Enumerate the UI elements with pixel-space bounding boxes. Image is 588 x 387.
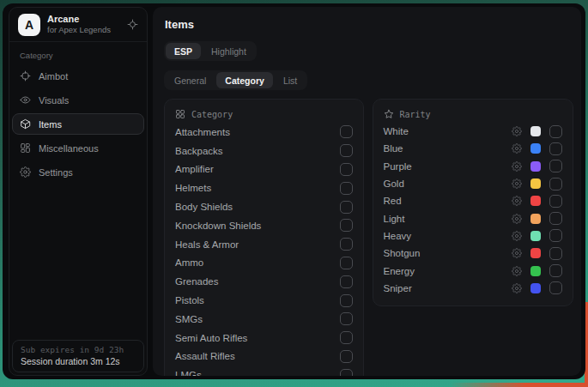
- checkbox[interactable]: [549, 281, 562, 294]
- category-row: Attachments: [175, 123, 353, 142]
- checkbox[interactable]: [549, 247, 562, 260]
- checkbox[interactable]: [549, 125, 562, 138]
- rarity-row: Gold: [384, 175, 563, 192]
- rarity-color-swatch[interactable]: [530, 231, 541, 241]
- gear-icon[interactable]: [512, 266, 522, 276]
- rarity-row: Shotgun: [384, 245, 563, 262]
- gear-icon[interactable]: [512, 214, 522, 224]
- tab-category[interactable]: Category: [216, 72, 273, 88]
- rarity-color-swatch[interactable]: [530, 161, 541, 172]
- category-row: Amplifier: [175, 160, 353, 179]
- checkbox[interactable]: [549, 229, 562, 242]
- tab-bar: GeneralCategoryList: [164, 70, 307, 90]
- rarity-row: Energy: [384, 262, 563, 279]
- subscription-status-box: Sub expires in 9d 23h Session duration 3…: [12, 340, 144, 372]
- checkbox[interactable]: [549, 178, 562, 190]
- checkbox[interactable]: [340, 350, 353, 363]
- rarity-row: Blue: [384, 140, 563, 157]
- category-panel-header: Category: [175, 106, 353, 123]
- rarity-row-label: Heavy: [384, 231, 512, 241]
- checkbox[interactable]: [549, 264, 562, 277]
- rarity-color-swatch[interactable]: [530, 126, 541, 136]
- sidebar-item-miscellaneous[interactable]: Miscellaneous: [12, 137, 144, 159]
- sidebar-item-items[interactable]: Items: [12, 113, 144, 135]
- rarity-color-swatch[interactable]: [530, 214, 541, 224]
- checkbox[interactable]: [340, 275, 353, 288]
- rarity-color-swatch[interactable]: [530, 266, 541, 276]
- checkbox[interactable]: [340, 125, 353, 138]
- checkbox[interactable]: [340, 182, 353, 195]
- target-icon[interactable]: [127, 19, 138, 30]
- mode-esp[interactable]: ESP: [166, 43, 201, 59]
- checkbox[interactable]: [340, 219, 353, 232]
- checkbox[interactable]: [340, 294, 353, 307]
- rarity-row-label: Blue: [384, 143, 512, 154]
- category-row-label: LMGs: [175, 370, 202, 376]
- rarity-row-label: Shotgun: [384, 248, 512, 258]
- category-row: Assault Rifles: [175, 348, 353, 366]
- rarity-row-label: Energy: [384, 266, 512, 276]
- checkbox[interactable]: [340, 331, 353, 344]
- crosshair-icon: [20, 70, 31, 82]
- gear-icon[interactable]: [512, 196, 522, 206]
- checkbox[interactable]: [549, 142, 562, 155]
- gear-icon[interactable]: [512, 231, 522, 241]
- checkbox[interactable]: [340, 312, 353, 325]
- mode-highlight[interactable]: Highlight: [203, 43, 255, 59]
- app-window: A Arcane for Apex Legends Category Aimbo…: [3, 3, 585, 379]
- sidebar-header: A Arcane for Apex Legends: [9, 8, 147, 42]
- category-panel: Category AttachmentsBackpacksAmplifierHe…: [164, 99, 364, 376]
- checkbox[interactable]: [340, 163, 353, 176]
- rarity-color-swatch[interactable]: [530, 248, 541, 258]
- sub-expires-text: Sub expires in 9d 23h: [21, 345, 136, 354]
- category-row-label: Amplifier: [175, 164, 214, 174]
- gear-icon[interactable]: [512, 248, 522, 258]
- sidebar-item-label: Visuals: [39, 95, 69, 106]
- eye-icon: [20, 94, 31, 106]
- rarity-row: Red: [384, 192, 563, 209]
- mode-toggle: ESPHighlight: [164, 41, 257, 61]
- sidebar-item-label: Items: [39, 119, 62, 130]
- checkbox[interactable]: [549, 212, 562, 225]
- gear-icon[interactable]: [512, 178, 522, 189]
- category-row: Knockdown Shields: [175, 216, 353, 235]
- rarity-color-swatch[interactable]: [530, 143, 541, 154]
- category-row-label: SMGs: [175, 314, 203, 324]
- checkbox[interactable]: [340, 201, 353, 214]
- rarity-color-swatch[interactable]: [530, 283, 541, 293]
- rarity-row-label: White: [384, 126, 512, 136]
- gear-icon[interactable]: [512, 161, 522, 172]
- sidebar-section-label: Category: [20, 51, 136, 60]
- sidebar-item-visuals[interactable]: Visuals: [12, 89, 144, 111]
- tab-general[interactable]: General: [166, 72, 215, 88]
- rarity-row: Sniper: [384, 280, 563, 297]
- checkbox[interactable]: [340, 238, 353, 251]
- sidebar-item-settings[interactable]: Settings: [12, 161, 144, 183]
- rarity-panel-title: Rarity: [400, 110, 431, 119]
- tab-list[interactable]: List: [275, 72, 306, 88]
- rarity-color-swatch[interactable]: [530, 178, 541, 189]
- category-row-label: Grenades: [175, 276, 219, 287]
- checkbox[interactable]: [549, 195, 562, 208]
- category-row-label: Assault Rifles: [175, 351, 235, 361]
- sidebar-item-aimbot[interactable]: Aimbot: [12, 65, 144, 87]
- gear-icon[interactable]: [512, 126, 522, 136]
- sidebar-item-label: Miscellaneous: [39, 143, 99, 154]
- checkbox[interactable]: [340, 369, 353, 376]
- category-list: AttachmentsBackpacksAmplifierHelmetsBody…: [175, 123, 353, 376]
- category-row-label: Semi Auto Rifles: [175, 333, 247, 343]
- checkbox[interactable]: [549, 160, 562, 172]
- gear-icon[interactable]: [512, 283, 522, 293]
- sidebar-nav: AimbotVisualsItemsMiscellaneousSettings: [9, 65, 147, 185]
- checkbox[interactable]: [340, 144, 353, 157]
- rarity-color-swatch[interactable]: [530, 196, 541, 206]
- rarity-row: Purple: [384, 158, 563, 175]
- rarity-panel-header: Rarity: [384, 106, 563, 123]
- rarity-row: Light: [384, 209, 563, 227]
- checkbox[interactable]: [340, 257, 353, 269]
- rarity-row: Heavy: [384, 227, 563, 245]
- sidebar-item-label: Aimbot: [39, 71, 68, 82]
- category-row: Body Shields: [175, 197, 353, 216]
- gear-icon[interactable]: [512, 143, 522, 154]
- page-title: Items: [165, 18, 573, 31]
